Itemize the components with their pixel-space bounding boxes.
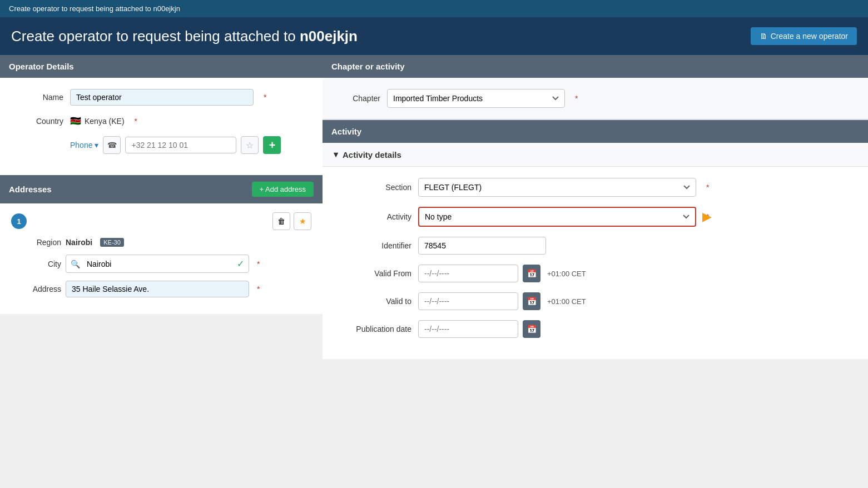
country-flag: 🇰🇪 <box>70 116 81 126</box>
chapter-activity-header: Chapter or activity <box>323 55 868 78</box>
operator-details-header: Operator Details <box>0 55 323 78</box>
country-row: Country 🇰🇪 Kenya (KE) * <box>13 116 309 126</box>
country-required: * <box>135 117 137 126</box>
name-input[interactable] <box>70 89 254 106</box>
section-row: Section FLEGT (FLEGT) * <box>339 178 851 197</box>
create-operator-button[interactable]: 🗎 Create a new operator <box>751 27 857 45</box>
top-bar: Create operator to request being attache… <box>0 0 868 17</box>
valid-to-timezone: +01:00 CET <box>547 297 586 306</box>
section-required: * <box>706 183 709 192</box>
chapter-body: Chapter Imported Timber Products * <box>323 78 868 119</box>
address-star-button[interactable]: ★ <box>294 212 311 230</box>
chevron-down-icon: ▾ <box>95 141 98 150</box>
operator-details-body: Name * Country 🇰🇪 Kenya (KE) * Phone <box>0 78 323 175</box>
left-panel: Operator Details Name * Country 🇰🇪 Kenya… <box>0 55 323 314</box>
valid-from-input[interactable] <box>418 265 518 282</box>
arrow-pointer-icon: ▶ <box>702 210 712 224</box>
publication-date-label: Publication date <box>339 325 411 333</box>
region-label: Region <box>11 238 61 247</box>
check-icon: ✓ <box>232 255 249 272</box>
city-label: City <box>11 260 61 268</box>
activity-header: Activity <box>323 120 868 143</box>
chapter-label: Chapter <box>336 94 380 103</box>
valid-from-row: Valid From 📅 +01:00 CET <box>339 265 851 282</box>
country-label: Country <box>13 117 63 126</box>
city-input-wrap: 🔍 ✓ <box>66 255 249 273</box>
identifier-row: Identifier <box>339 237 851 255</box>
activity-details-toggle[interactable]: ▾ Activity details <box>323 143 868 167</box>
address-delete-button[interactable]: 🗑 <box>272 212 290 230</box>
name-row: Name * <box>13 89 309 106</box>
valid-to-calendar-button[interactable]: 📅 <box>523 292 540 310</box>
add-address-button[interactable]: + Add address <box>252 182 314 197</box>
activity-select-wrap: No type ▶ <box>418 207 696 227</box>
phone-input-row: Phone ▾ ☎ ☆ + <box>70 136 281 154</box>
valid-to-row: Valid to 📅 +01:00 CET <box>339 292 851 310</box>
chevron-down-icon: ▾ <box>334 150 338 160</box>
activity-row: Activity No type ▶ * <box>339 207 851 227</box>
phone-icon: ☎ <box>103 136 121 154</box>
search-icon: 🔍 <box>66 256 85 272</box>
phone-input[interactable] <box>125 137 236 153</box>
activity-select[interactable]: No type <box>418 207 696 227</box>
valid-from-timezone: +01:00 CET <box>547 270 586 278</box>
identifier-input[interactable] <box>418 237 546 255</box>
valid-to-input[interactable] <box>418 292 518 310</box>
region-value: Nairobi <box>66 238 92 247</box>
publication-date-wrap: 📅 <box>418 320 540 338</box>
activity-details-body: Section FLEGT (FLEGT) * Activity No type… <box>323 167 868 359</box>
top-bar-text: Create operator to request being attache… <box>9 4 180 13</box>
publication-date-row: Publication date 📅 <box>339 320 851 338</box>
address-actions: 🗑 ★ <box>272 212 311 230</box>
activity-field-label: Activity <box>339 212 411 221</box>
valid-from-calendar-button[interactable]: 📅 <box>523 265 540 282</box>
phone-row: Phone ▾ ☎ ☆ + <box>13 136 309 154</box>
country-value: 🇰🇪 Kenya (KE) <box>70 116 125 126</box>
city-input[interactable] <box>85 256 232 272</box>
document-icon: 🗎 <box>760 32 767 41</box>
page-title: Create operator to request being attache… <box>11 28 358 45</box>
phone-add-button[interactable]: + <box>263 136 281 154</box>
right-panel: Chapter or activity Chapter Imported Tim… <box>323 55 868 359</box>
address-input[interactable] <box>66 281 249 297</box>
address-label: Address <box>11 285 61 293</box>
region-row: Region Nairobi KE-30 <box>11 238 311 247</box>
identifier-label: Identifier <box>339 241 411 250</box>
publication-date-calendar-button[interactable]: 📅 <box>523 320 540 338</box>
address-number: 1 <box>11 213 27 229</box>
address-required: * <box>257 285 260 293</box>
phone-star-button[interactable]: ☆ <box>241 136 259 154</box>
chapter-required: * <box>575 94 578 103</box>
chapter-row: Chapter Imported Timber Products * <box>336 89 855 108</box>
address-item: 1 🗑 ★ Region Nairobi KE-30 City 🔍 ✓ <box>0 203 323 314</box>
address-item-header: 1 🗑 ★ <box>11 212 311 230</box>
valid-to-label: Valid to <box>339 297 411 306</box>
publication-date-input[interactable] <box>418 320 518 338</box>
city-row: City 🔍 ✓ * <box>11 255 311 273</box>
valid-to-wrap: 📅 +01:00 CET <box>418 292 586 310</box>
name-label: Name <box>13 93 63 102</box>
city-required: * <box>257 260 260 268</box>
addresses-header: Addresses + Add address <box>0 175 323 203</box>
main-content: Operator Details Name * Country 🇰🇪 Kenya… <box>0 55 868 359</box>
page-header: Create operator to request being attache… <box>0 17 868 55</box>
phone-toggle[interactable]: Phone ▾ <box>70 141 98 150</box>
address-row: Address * <box>11 281 311 297</box>
chapter-select[interactable]: Imported Timber Products <box>387 89 565 108</box>
valid-from-label: Valid From <box>339 269 411 278</box>
valid-from-wrap: 📅 +01:00 CET <box>418 265 586 282</box>
name-required: * <box>264 93 266 102</box>
section-label: Section <box>339 183 411 192</box>
section-select[interactable]: FLEGT (FLEGT) <box>418 178 696 197</box>
region-badge: KE-30 <box>100 238 124 247</box>
